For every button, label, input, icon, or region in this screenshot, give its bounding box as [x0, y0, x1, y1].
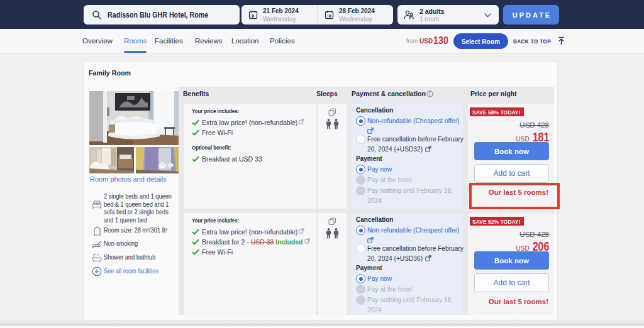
scarcity-message: Our last 5 rooms! — [489, 189, 548, 196]
fact-bath: Shower and bathtub — [91, 253, 184, 263]
column-payment: Payment & cancellation — [352, 90, 433, 97]
add-to-cart-label: Add to cart — [493, 278, 530, 287]
payment-label-text: Payment — [356, 265, 382, 271]
checkin-date: 21 Feb 2024 — [263, 8, 299, 15]
price-cell-2: SAVE 52% TODAY! USD 428 USD 206 Book now… — [468, 213, 554, 315]
tab-reviews[interactable]: Reviews — [195, 29, 222, 53]
update-button[interactable]: UPDATE — [503, 5, 559, 25]
compare-icon[interactable] — [328, 217, 336, 226]
from-price-text: 130 — [433, 35, 448, 47]
select-room-label: Select Room — [462, 38, 500, 45]
checkout-date-text: 28 Feb 2024 — [339, 8, 375, 15]
column-benefits: Benefits — [183, 90, 209, 97]
see-all-facilities-label: See all room facilities — [104, 268, 178, 276]
tab-overview-label: Overview — [82, 37, 113, 45]
family-room-card: Family Room — [84, 61, 558, 320]
save-badge: SAVE 58% TODAY! — [470, 107, 524, 116]
column-sleeps-label: Sleeps — [316, 90, 338, 97]
add-to-cart-label: Add to cart — [493, 169, 530, 178]
adult-icon — [326, 228, 331, 239]
tab-location-label: Location — [231, 37, 258, 45]
room-photo-thumb-1[interactable] — [89, 147, 134, 173]
checkin-calendar-icon — [248, 10, 258, 19]
cancel-option-nonrefundable[interactable]: Non-refundable (Cheapest offer) — [356, 116, 458, 134]
room-photo-main[interactable] — [89, 91, 179, 145]
old-price: USD 428 — [519, 121, 549, 129]
payment-label: Payment — [356, 155, 458, 163]
fact-non-smoking-text: Non-smoking — [104, 240, 178, 248]
external-link-icon — [367, 237, 374, 243]
save-badge: SAVE 52% TODAY! — [470, 217, 524, 226]
tab-location[interactable]: Location — [231, 29, 258, 53]
radio-unselected[interactable] — [356, 134, 365, 144]
book-now-button[interactable]: Book now — [474, 251, 549, 270]
tab-overview[interactable]: Overview — [82, 29, 113, 53]
table-header: Benefits Sleeps Payment & cancellation P… — [179, 87, 554, 102]
radio-unselected[interactable] — [356, 244, 365, 253]
room-photo-thumb-2[interactable] — [136, 147, 179, 173]
see-all-facilities[interactable]: See all room facilities — [91, 266, 184, 276]
breakfast-old-price: USD 33 — [251, 238, 274, 246]
pay-option-hotel: Pay at the hotel — [356, 175, 458, 185]
includes-label-text: Your price includes: — [192, 217, 239, 224]
chevron-down-icon — [484, 13, 491, 18]
benefit-item-breakfast: Breakfast for 2 - USD 33 Included — [192, 238, 309, 248]
room-size-icon — [91, 226, 103, 236]
benefits-cell-1: Your price includes: Extra low price! (n… — [184, 104, 316, 209]
room-facts: 2 single beds and 1 queen bed & 1 queen … — [91, 193, 184, 276]
column-price-label: Price per night — [470, 90, 517, 97]
back-to-top-button[interactable]: BACK TO TOP — [513, 29, 565, 53]
checkin-date-text: 21 Feb 2024 — [263, 8, 299, 15]
tab-policies-label: Policies — [270, 37, 295, 45]
cancel-option-label: Non-refundable (Cheapest offer) — [367, 226, 468, 243]
radio-selected[interactable] — [356, 274, 365, 283]
benefit-item: Free Wi-Fi — [192, 248, 309, 258]
hotel-nav-bar: Overview Rooms Facilities Reviews Locati… — [0, 29, 644, 53]
includes-label-text: Your price includes: — [192, 107, 239, 114]
from-currency-text: USD — [419, 38, 433, 45]
select-room-button[interactable]: Select Room — [453, 33, 508, 49]
add-to-cart-button[interactable]: Add to cart — [474, 273, 549, 292]
checkin-field[interactable]: 21 Feb 2024 Wednesday — [242, 5, 317, 25]
check-icon — [192, 155, 202, 162]
destination-text: Radisson Blu GHR Hotel, Rome — [108, 11, 208, 19]
offers-table: Benefits Sleeps Payment & cancellation P… — [179, 87, 554, 315]
cancellation-label-text: Cancellation — [356, 107, 393, 114]
radio-selected[interactable] — [356, 165, 365, 174]
pay-option-label: Pay nothing until February 18, 2024 — [367, 295, 468, 315]
pay-option-now[interactable]: Pay now — [356, 274, 458, 284]
info-icon[interactable] — [426, 90, 433, 97]
external-link-icon — [425, 255, 431, 261]
external-link-icon — [367, 128, 374, 134]
pay-option-now[interactable]: Pay now — [356, 165, 458, 175]
add-to-cart-button[interactable]: Add to cart — [474, 164, 549, 183]
room-photos-link[interactable]: Room photos and details — [90, 175, 167, 183]
checkout-day: Wednesday — [339, 16, 375, 23]
check-icon — [192, 248, 202, 255]
destination-search-box[interactable]: Radisson Blu GHR Hotel, Rome — [84, 5, 240, 25]
checkout-date: 28 Feb 2024 — [339, 8, 375, 15]
search-icon — [92, 10, 102, 20]
compare-icon[interactable] — [328, 108, 336, 116]
radio-disabled — [356, 175, 365, 185]
book-now-button[interactable]: Book now — [474, 142, 549, 160]
from-price: 130 — [433, 29, 451, 53]
cancel-option-nonrefundable[interactable]: Non-refundable (Cheapest offer) — [356, 226, 458, 243]
check-icon — [192, 238, 202, 245]
benefit-label: Extra low price! (non-refundable) — [202, 228, 297, 236]
scarcity-text: Our last 5 rooms! — [489, 189, 548, 196]
tab-rooms[interactable]: Rooms — [124, 29, 147, 53]
cancel-option-label: Free cancellation before February 20, 20… — [367, 134, 468, 154]
tab-facilities[interactable]: Facilities — [155, 29, 183, 53]
checkout-field[interactable]: 28 Feb 2024 Wednesday — [318, 5, 393, 25]
tab-policies[interactable]: Policies — [270, 29, 295, 53]
radio-selected[interactable] — [356, 226, 365, 235]
pay-option-hotel: Pay at the hotel — [356, 285, 458, 295]
cancel-option-free[interactable]: Free cancellation before February 20, 20… — [356, 244, 458, 263]
radio-disabled — [356, 186, 365, 195]
payment-label-text: Payment — [356, 155, 382, 162]
guests-icon — [403, 9, 414, 20]
cancel-option-free[interactable]: Free cancellation before February 20, 20… — [356, 134, 458, 154]
guests-selector[interactable]: 2 adults 1 room — [397, 5, 499, 25]
radio-selected[interactable] — [356, 116, 365, 126]
